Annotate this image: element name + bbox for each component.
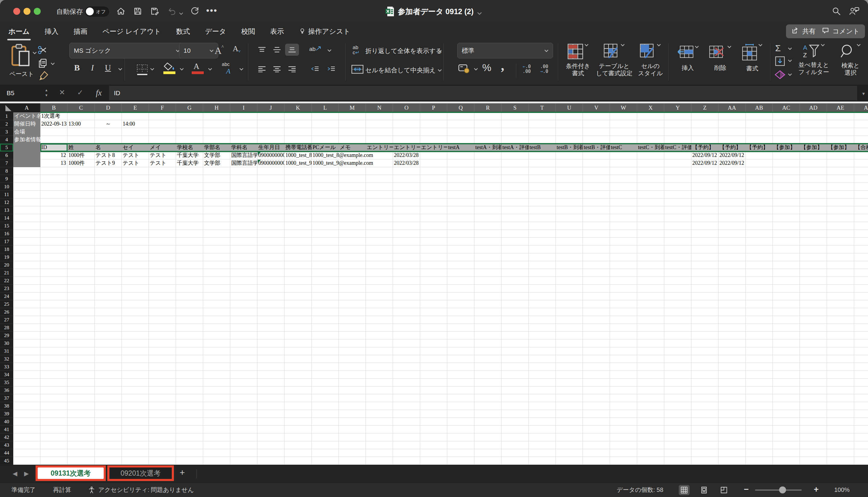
- row-header-31[interactable]: 31: [0, 347, 13, 355]
- enter-icon[interactable]: ✓: [77, 88, 83, 97]
- cell-F6[interactable]: テスト: [149, 152, 176, 159]
- cell-U5[interactable]: testB・到着: [556, 144, 583, 152]
- row-header-19[interactable]: 19: [0, 253, 13, 261]
- column-header-G[interactable]: G: [176, 103, 203, 112]
- accessibility-icon[interactable]: [86, 485, 97, 495]
- ribbon-tab-1[interactable]: 挿入: [44, 27, 59, 36]
- row-header-1[interactable]: 1: [0, 112, 13, 120]
- row-header-35[interactable]: 35: [0, 379, 13, 386]
- column-header-L[interactable]: L: [312, 103, 339, 112]
- cell-G5[interactable]: 学校名: [176, 144, 203, 152]
- undo-chevron-icon[interactable]: [179, 11, 183, 14]
- recalculate-status[interactable]: 再計算: [53, 483, 71, 497]
- row-header-40[interactable]: 40: [0, 418, 13, 426]
- column-header-H[interactable]: H: [203, 103, 230, 112]
- cell-A4[interactable]: 参加者情報: [13, 136, 40, 144]
- column-header-Q[interactable]: Q: [447, 103, 474, 112]
- row-header-4[interactable]: 4: [0, 136, 13, 144]
- title-chevron-icon[interactable]: [477, 11, 482, 14]
- fill-color-swatch[interactable]: [163, 71, 176, 74]
- row-header-8[interactable]: 8: [0, 167, 13, 175]
- comma-format-icon[interactable]: ,: [501, 58, 504, 73]
- cell-E2[interactable]: 14:00: [122, 120, 149, 128]
- cell-D6[interactable]: テスト8: [95, 152, 122, 159]
- zoom-slider-track[interactable]: [755, 489, 802, 491]
- column-header-AA[interactable]: AA: [718, 103, 746, 112]
- percent-format-icon[interactable]: %: [482, 62, 491, 73]
- column-header-U[interactable]: U: [556, 103, 583, 112]
- borders-icon[interactable]: [136, 63, 148, 75]
- more-commands-icon[interactable]: •••: [206, 5, 215, 14]
- row-header-32[interactable]: 32: [0, 355, 13, 363]
- column-header-F[interactable]: F: [149, 103, 176, 112]
- ribbon-tab-0[interactable]: ホーム: [8, 27, 30, 36]
- column-header-E[interactable]: E: [122, 103, 149, 112]
- cell-H5[interactable]: 学部名: [203, 144, 230, 152]
- row-header-15[interactable]: 15: [0, 222, 13, 230]
- column-header-D[interactable]: D: [95, 103, 122, 112]
- row-header-27[interactable]: 27: [0, 316, 13, 324]
- cell-C7[interactable]: 1000件: [68, 159, 95, 167]
- row-header-45[interactable]: 45: [0, 457, 13, 465]
- home-icon[interactable]: [116, 6, 125, 16]
- insert-cells-button[interactable]: 挿入: [673, 42, 703, 83]
- currency-chevron-icon[interactable]: [474, 68, 478, 70]
- cell-C2[interactable]: 13:00: [68, 120, 95, 128]
- cell-A3[interactable]: 会場: [13, 128, 40, 136]
- row-header-21[interactable]: 21: [0, 269, 13, 277]
- maximize-window-button[interactable]: [34, 8, 41, 15]
- cell-F7[interactable]: テスト: [149, 159, 176, 167]
- column-header-AC[interactable]: AC: [773, 103, 800, 112]
- cell-G6[interactable]: 千葉大学: [176, 152, 203, 159]
- cell-AA5[interactable]: 【予約】: [718, 144, 746, 152]
- undo-icon[interactable]: [168, 6, 177, 16]
- row-header-43[interactable]: 43: [0, 441, 13, 449]
- align-bottom-icon[interactable]: [285, 44, 299, 56]
- cell-styles-button[interactable]: セルのスタイル: [633, 42, 667, 83]
- cell-L5[interactable]: PCメール: [312, 144, 339, 152]
- autosum-chevron-icon[interactable]: [788, 47, 792, 50]
- fill-icon[interactable]: [775, 56, 785, 66]
- underline-icon[interactable]: U: [105, 63, 111, 73]
- row-header-44[interactable]: 44: [0, 449, 13, 457]
- copy-chevron-icon[interactable]: [51, 62, 55, 65]
- row-header-42[interactable]: 42: [0, 434, 13, 441]
- cut-icon[interactable]: [37, 45, 47, 55]
- font-color-icon[interactable]: A: [194, 62, 199, 71]
- column-header-Z[interactable]: Z: [691, 103, 718, 112]
- cell-P5[interactable]: エントリー: [420, 144, 447, 152]
- orientation-icon[interactable]: ab: [309, 45, 322, 53]
- row-header-39[interactable]: 39: [0, 410, 13, 418]
- cancel-icon[interactable]: ✕: [59, 88, 65, 97]
- row-header-22[interactable]: 22: [0, 277, 13, 285]
- cell-K6[interactable]: 1000_test_8: [284, 152, 312, 159]
- cell-AC5[interactable]: 【参加】: [773, 144, 800, 152]
- cell-K7[interactable]: 1000_test_9: [284, 159, 312, 167]
- format-painter-icon[interactable]: [39, 71, 49, 81]
- cell-M5[interactable]: メモ: [339, 144, 366, 152]
- font-color-chevron-icon[interactable]: [208, 68, 212, 70]
- row-header-38[interactable]: 38: [0, 402, 13, 410]
- column-header-S[interactable]: S: [502, 103, 529, 112]
- row-header-20[interactable]: 20: [0, 261, 13, 269]
- cell-B1[interactable]: 1次選考: [40, 112, 68, 120]
- cell-I6[interactable]: 国際言語学科: [230, 152, 257, 159]
- ribbon-tab-6[interactable]: 校閲: [240, 27, 255, 36]
- clear-icon[interactable]: [774, 70, 785, 79]
- column-header-AE[interactable]: AE: [827, 103, 854, 112]
- cell-I5[interactable]: 学科名: [230, 144, 257, 152]
- cell-A1[interactable]: イベント名: [13, 112, 40, 120]
- row-header-24[interactable]: 24: [0, 293, 13, 300]
- column-header-J[interactable]: J: [257, 103, 284, 112]
- fill-color-icon[interactable]: [163, 62, 176, 71]
- column-header-A[interactable]: A: [13, 103, 40, 112]
- formula-input[interactable]: ID: [109, 86, 857, 100]
- sheet-tab-09201[interactable]: 09201次選考: [109, 468, 172, 479]
- cell-Z6[interactable]: 2022/09/12: [691, 152, 718, 159]
- cell-E5[interactable]: セイ: [122, 144, 149, 152]
- column-header-AF[interactable]: AF: [854, 103, 868, 112]
- wrap-text-chevron-icon[interactable]: [438, 50, 442, 53]
- row-header-33[interactable]: 33: [0, 363, 13, 371]
- minimize-window-button[interactable]: [24, 8, 30, 15]
- cell-N5[interactable]: エントリー: [366, 144, 393, 152]
